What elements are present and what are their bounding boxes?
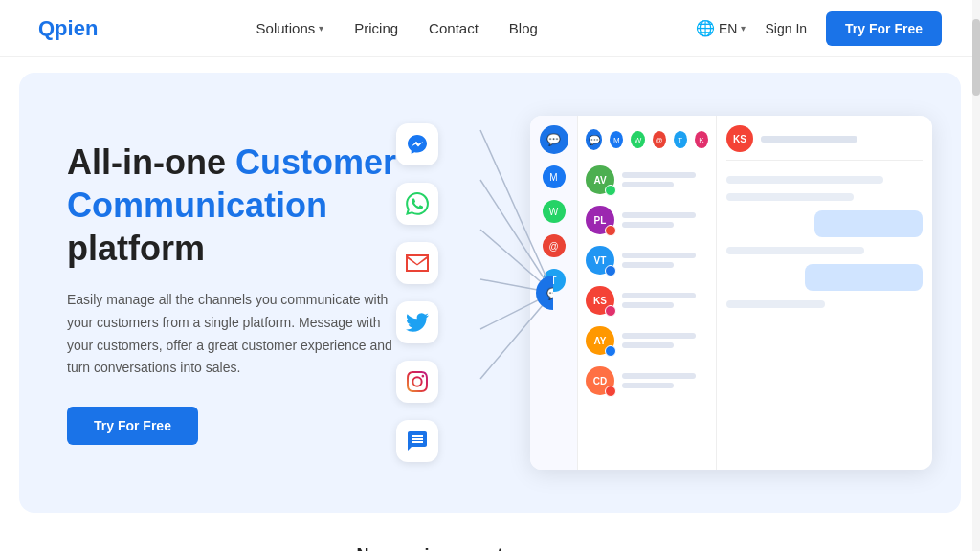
bottom-text: Never miss a customer message xyxy=(356,545,623,551)
conv-msg-icon: M xyxy=(610,131,623,148)
conv-lines-2 xyxy=(622,212,708,228)
navbar: Qpien Solutions ▾ Pricing Contact Blog 🌐… xyxy=(0,0,980,57)
conv-tw-icon: T xyxy=(674,131,687,148)
lang-chevron: ▾ xyxy=(741,23,746,33)
connection-lines: 💬 xyxy=(438,101,553,484)
chat-bubble-right-2 xyxy=(805,264,923,291)
try-for-free-button[interactable]: Try For Free xyxy=(826,11,942,46)
globe-icon: 🌐 xyxy=(696,19,715,37)
conv-lines xyxy=(622,172,708,187)
dashboard-mockup: 💬 M W @ T 💬 M W @ T K AV xyxy=(530,116,932,470)
hero-title-plain: All-in-one xyxy=(67,143,235,182)
whatsapp-icon xyxy=(396,183,438,225)
channels-column xyxy=(396,123,438,462)
conv-header-icon: 💬 xyxy=(586,129,602,150)
svg-text:💬: 💬 xyxy=(546,286,554,300)
avatar-vt: VT xyxy=(586,246,614,275)
conv-lines-5 xyxy=(622,333,708,348)
chat-bubble-right-1 xyxy=(814,210,923,237)
conv-list-header: 💬 M W @ T K xyxy=(578,123,716,160)
language-selector[interactable]: 🌐 EN ▾ xyxy=(696,19,746,37)
svg-line-1 xyxy=(480,180,553,293)
contact-link[interactable]: Contact xyxy=(429,20,479,36)
solutions-link[interactable]: Solutions ▾ xyxy=(256,20,324,36)
msg-line-2 xyxy=(726,193,854,201)
chat-header-info xyxy=(761,136,923,143)
conv-line-8 xyxy=(622,302,674,308)
hero-illustration: 💬 💬 M W @ T 💬 M W @ T K xyxy=(396,101,932,484)
conv-item-cd[interactable]: CD xyxy=(578,361,716,401)
conv-ks-icon: K xyxy=(695,131,708,148)
blog-label: Blog xyxy=(509,20,538,36)
conv-line-4 xyxy=(622,222,674,228)
logo[interactable]: Qpien xyxy=(38,16,98,41)
pricing-link[interactable]: Pricing xyxy=(354,20,398,36)
conv-line-7 xyxy=(622,293,696,298)
twitter-icon xyxy=(396,301,438,343)
conv-line-1 xyxy=(622,172,696,178)
badge-wa xyxy=(605,185,616,196)
blog-link[interactable]: Blog xyxy=(509,20,538,36)
msg-line-1 xyxy=(726,176,883,184)
conv-mail-icon: @ xyxy=(653,131,666,148)
badge-red xyxy=(605,386,616,397)
hero-section: All-in-one Customer Communication platfo… xyxy=(19,73,961,513)
badge-chat xyxy=(605,265,616,276)
solutions-label: Solutions xyxy=(256,20,316,36)
conv-line-5 xyxy=(622,253,696,258)
instagram-icon xyxy=(396,361,438,403)
conv-line-12 xyxy=(622,383,674,388)
msg-line-4 xyxy=(726,300,825,308)
hero-description: Easily manage all the channels you commu… xyxy=(67,289,392,380)
badge-ig xyxy=(605,305,616,317)
svg-line-0 xyxy=(480,130,553,293)
conv-lines-3 xyxy=(622,253,708,268)
avatar-pl: PL xyxy=(586,206,614,234)
avatar-ks: KS xyxy=(586,286,614,315)
scrollbar-thumb[interactable] xyxy=(972,19,980,96)
conv-line-10 xyxy=(622,342,674,348)
hero-cta-button[interactable]: Try For Free xyxy=(67,407,198,445)
conv-item-ay[interactable]: AY xyxy=(578,320,716,361)
badge-fb xyxy=(605,345,616,357)
email-icon xyxy=(396,242,438,284)
bottom-section: Never miss a customer message xyxy=(0,528,980,551)
hero-content: All-in-one Customer Communication platfo… xyxy=(67,141,431,445)
msg-line-3 xyxy=(726,247,864,254)
conv-wa-icon: W xyxy=(631,131,644,148)
pricing-label: Pricing xyxy=(354,20,398,36)
nav-right: 🌐 EN ▾ Sign In Try For Free xyxy=(696,11,942,46)
hero-title-end: platform xyxy=(67,229,205,268)
conv-item-ks[interactable]: KS xyxy=(578,280,716,320)
chat-messages xyxy=(726,168,923,308)
conv-line-9 xyxy=(622,333,696,339)
conv-lines-6 xyxy=(622,373,708,388)
conv-item-av[interactable]: AV xyxy=(578,160,716,200)
chat-area: KS xyxy=(717,116,932,470)
chat-header: KS xyxy=(726,125,923,161)
contact-label: Contact xyxy=(429,20,479,36)
scrollbar[interactable] xyxy=(972,0,980,551)
avatar-cd: CD xyxy=(586,366,614,395)
badge-email xyxy=(605,225,616,236)
chat-name-line xyxy=(761,136,858,143)
conv-line-11 xyxy=(622,373,696,379)
chat-icon xyxy=(396,420,438,462)
conv-lines-4 xyxy=(622,293,708,308)
solutions-chevron: ▾ xyxy=(319,23,323,33)
conv-item-vt[interactable]: VT xyxy=(578,240,716,280)
active-avatar: KS xyxy=(726,125,753,152)
conv-item-pl[interactable]: PL xyxy=(578,200,716,240)
sign-in-link[interactable]: Sign In xyxy=(765,21,807,36)
nav-links: Solutions ▾ Pricing Contact Blog xyxy=(256,20,538,36)
messenger-icon xyxy=(396,123,438,165)
conversation-list: 💬 M W @ T K AV xyxy=(578,116,717,470)
conv-line-2 xyxy=(622,182,674,187)
avatar-av: AV xyxy=(586,165,614,194)
lang-label: EN xyxy=(719,21,737,36)
avatar-ay: AY xyxy=(586,326,614,355)
conv-line-3 xyxy=(622,212,696,218)
conv-line-6 xyxy=(622,262,674,268)
hero-title: All-in-one Customer Communication platfo… xyxy=(67,141,431,270)
